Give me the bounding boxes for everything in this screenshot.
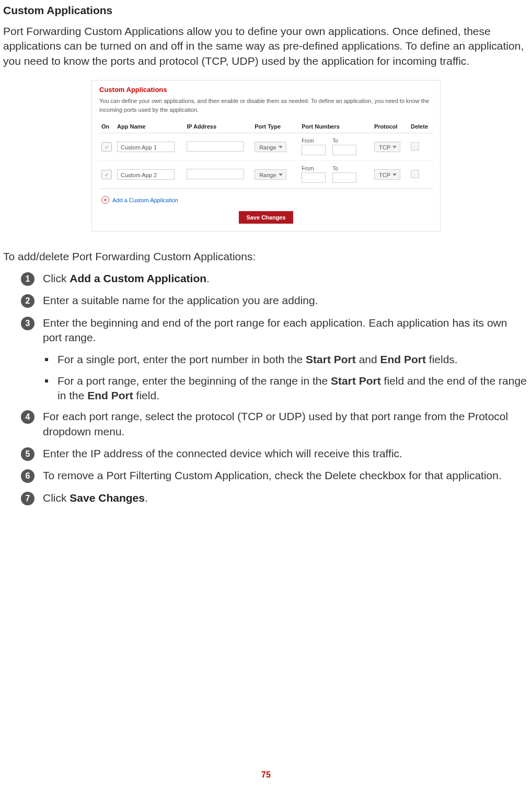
step-5: Enter the IP address of the connected de… [43,446,402,461]
step-number-icon: 2 [21,294,34,308]
step-number-icon: 3 [21,317,34,330]
th-port-nums: Port Numbers [299,120,372,133]
step-1: Click Add a Custom Application. [43,271,210,286]
to-port-input[interactable] [332,145,356,155]
bullet-icon [45,379,48,383]
step-number-icon: 4 [21,410,34,424]
add-custom-application-link[interactable]: + Add a Custom Application [101,196,178,204]
from-label: From [302,138,314,144]
port-type-select[interactable]: Range [255,142,286,152]
bullet-2: For a port range, enter the beginning of… [57,374,529,403]
add-link-label: Add a Custom Application [112,197,178,203]
page-number: 75 [0,770,532,780]
th-on: On [99,120,115,133]
app-name-input[interactable]: Custom App 1 [117,142,175,152]
protocol-select[interactable]: TCP [374,142,400,152]
ip-address-input[interactable] [187,169,244,179]
ip-address-input[interactable] [187,141,244,152]
step-3-bullets: For a single port, enter the port number… [3,352,529,403]
to-port-input[interactable] [332,172,356,183]
from-port-input[interactable] [302,145,326,155]
on-checkbox[interactable]: ✓ [101,142,112,152]
custom-apps-panel: Custom Applications You can define your … [91,80,441,232]
th-protocol: Protocol [372,120,409,133]
to-label: To [332,166,338,171]
th-ip: IP Address [184,120,252,133]
table-row: ✓ Custom App 1 Range From To [99,133,433,161]
bullet-icon [45,358,48,361]
step-4: For each port range, select the protocol… [43,409,529,439]
steps-list-cont: 4 For each port range, select the protoc… [3,409,529,505]
step-number-icon: 6 [21,469,34,483]
step-7: Click Save Changes. [43,491,148,505]
on-checkbox[interactable]: ✓ [101,170,112,179]
steps-list: 1 Click Add a Custom Application. 2 Ente… [3,271,529,345]
table-row: ✓ Custom App 2 Range From To [99,161,433,189]
plus-icon: + [101,196,109,204]
th-delete: Delete [409,120,433,133]
save-changes-button[interactable]: Save Changes [239,211,293,224]
intro-paragraph: Port Forwarding Custom Applications allo… [3,24,529,68]
custom-apps-table: On App Name IP Address Port Type Port Nu… [99,120,433,189]
step-number-icon: 5 [21,447,34,461]
bullet-1: For a single port, enter the port number… [57,352,458,367]
step-2: Enter a suitable name for the applicatio… [43,293,318,308]
th-app-name: App Name [115,120,184,133]
step-number-icon: 7 [21,492,34,505]
delete-checkbox[interactable] [411,142,419,151]
app-name-input[interactable]: Custom App 2 [117,169,175,180]
step-number-icon: 1 [21,272,34,286]
from-label: From [302,166,314,171]
delete-checkbox[interactable] [411,170,419,178]
from-port-input[interactable] [302,172,326,183]
to-label: To [332,138,338,144]
step-3: Enter the beginning and end of the port … [43,316,529,345]
panel-title: Custom Applications [99,86,433,94]
step-6: To remove a Port Filterting Custom Appli… [43,468,502,483]
steps-lead-in: To add/delete Port Forwarding Custom App… [3,250,529,263]
protocol-select[interactable]: TCP [374,169,400,180]
panel-description: You can define your own applications, an… [99,97,433,114]
th-port-type: Port Type [252,120,299,133]
port-type-select[interactable]: Range [255,169,286,180]
section-title: Custom Applications [3,4,529,17]
